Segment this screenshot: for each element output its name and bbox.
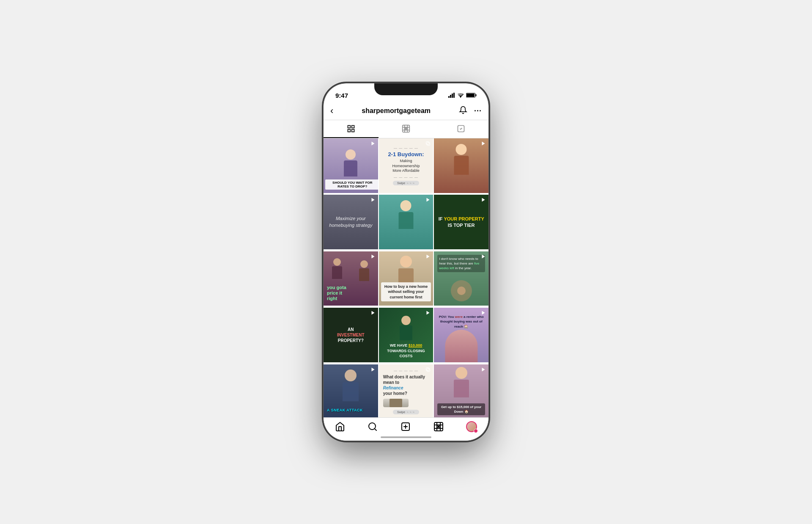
svg-line-38 xyxy=(375,429,376,430)
svg-rect-7 xyxy=(475,94,477,97)
battery-icon xyxy=(466,93,477,98)
svg-marker-24 xyxy=(371,198,374,202)
svg-marker-25 xyxy=(427,198,430,202)
post-1[interactable]: SHOULD YOU WAIT FOR RATES TO DROP? xyxy=(324,138,378,193)
svg-marker-32 xyxy=(482,311,485,315)
signal-icon xyxy=(448,93,455,98)
post-14-carousel-icon xyxy=(425,367,431,373)
ig-header: ‹ sharpemortgageteam ··· xyxy=(324,102,488,120)
post-3-reel-icon xyxy=(481,141,486,147)
home-indicator xyxy=(381,436,431,438)
svg-marker-28 xyxy=(427,254,430,258)
svg-marker-36 xyxy=(482,367,485,371)
post-15-label: Get up to $15,000 of your Down 🏠 xyxy=(437,403,485,415)
status-icons xyxy=(448,93,477,98)
nav-add[interactable] xyxy=(401,422,411,432)
svg-rect-8 xyxy=(348,126,351,128)
svg-marker-29 xyxy=(482,254,485,258)
svg-point-4 xyxy=(460,97,461,97)
post-8[interactable]: How to buy a new home without selling yo… xyxy=(379,251,433,306)
post-5[interactable]: First time Homebuying Hack for 2024 xyxy=(379,195,433,249)
phone-frame: 9:47 xyxy=(324,83,488,441)
svg-marker-31 xyxy=(427,311,430,315)
svg-rect-1 xyxy=(450,95,451,98)
profile-tabs xyxy=(324,120,488,138)
post-10-reel-icon xyxy=(370,310,376,317)
svg-marker-30 xyxy=(371,311,374,315)
svg-marker-27 xyxy=(371,254,374,258)
post-11-reel-icon xyxy=(425,310,431,317)
post-3[interactable]: SECRET TO GETTING PRE-APPROVED xyxy=(434,138,488,193)
tab-tagged[interactable] xyxy=(433,120,488,138)
post-2-title: 2-1 Buydown: xyxy=(388,152,424,157)
posts-grid: SHOULD YOU WAIT FOR RATES TO DROP? — — —… xyxy=(324,138,488,420)
post-5-reel-icon xyxy=(425,197,431,204)
post-7-reel-icon xyxy=(370,254,376,260)
post-13-reel-icon xyxy=(370,367,376,373)
profile-avatar xyxy=(466,421,477,432)
nav-reels[interactable] xyxy=(433,422,444,432)
nav-profile[interactable] xyxy=(466,421,477,432)
post-7-label: you gotaprice itright xyxy=(327,285,346,302)
post-4-reel-icon xyxy=(370,197,376,204)
post-6-label: IF YOUR PROPERTY IS TOP TIER xyxy=(437,216,485,228)
more-icon[interactable]: ··· xyxy=(474,107,482,116)
post-2-carousel-icon xyxy=(425,141,431,147)
svg-marker-20 xyxy=(371,142,374,146)
back-button[interactable]: ‹ xyxy=(330,105,333,116)
svg-rect-10 xyxy=(348,130,351,132)
svg-marker-23 xyxy=(482,142,485,146)
svg-rect-35 xyxy=(427,368,430,371)
svg-rect-9 xyxy=(352,126,354,128)
svg-rect-2 xyxy=(452,94,453,98)
post-13[interactable]: A SNEAK ATTACK xyxy=(324,364,378,419)
svg-point-14 xyxy=(406,128,407,130)
post-8-reel-icon xyxy=(425,254,431,260)
svg-rect-3 xyxy=(453,93,455,98)
svg-rect-34 xyxy=(426,367,429,370)
post-2[interactable]: — — — — — 2-1 Buydown: MakingHomeownersh… xyxy=(379,138,433,193)
post-15-reel-icon xyxy=(481,367,486,373)
post-4-label: Maximize your homebuying strategy xyxy=(324,211,378,233)
post-12-label: POV: You were a renter who thought buyin… xyxy=(436,314,487,329)
svg-rect-0 xyxy=(448,96,450,98)
post-1-reel-icon xyxy=(370,141,376,147)
post-15[interactable]: Get up to $15,000 of your Down 🏠 xyxy=(434,364,488,419)
phone-screen: 9:47 xyxy=(324,83,488,441)
svg-marker-26 xyxy=(482,198,485,202)
post-9-label: I don't know who needs to hear this, but… xyxy=(437,255,485,273)
post-10-label: ANINVESTMENTPROPERTY? xyxy=(337,327,364,343)
post-12[interactable]: POV: You were a renter who thought buyin… xyxy=(434,308,488,362)
post-8-label: How to buy a new home without selling yo… xyxy=(381,282,431,302)
svg-marker-33 xyxy=(371,367,374,371)
post-14[interactable]: — — — — — What does it actually mean toR… xyxy=(379,364,433,419)
status-time: 9:47 xyxy=(335,92,348,99)
post-9[interactable]: I don't know who needs to hear this, but… xyxy=(434,251,488,306)
post-7[interactable]: you gotaprice itright xyxy=(324,251,378,306)
post-13-label: A SNEAK ATTACK xyxy=(327,408,363,412)
post-9-reel-icon xyxy=(481,254,486,260)
svg-rect-21 xyxy=(426,142,429,145)
svg-rect-6 xyxy=(466,94,475,97)
post-2-subtitle: MakingHomeownershipMore Affordable xyxy=(392,159,420,174)
post-11-label: WE HAVE $10,000TOWARDS CLOSINGCOSTS xyxy=(381,343,432,359)
post-12-reel-icon xyxy=(481,310,486,317)
svg-rect-11 xyxy=(352,130,354,132)
bell-icon[interactable] xyxy=(459,106,467,116)
svg-point-44 xyxy=(438,426,439,427)
post-11[interactable]: WE HAVE $10,000TOWARDS CLOSINGCOSTS xyxy=(379,308,433,362)
nav-search[interactable] xyxy=(368,422,378,432)
profile-username: sharpemortgageteam xyxy=(362,107,431,115)
post-6-reel-icon xyxy=(481,197,486,204)
svg-rect-22 xyxy=(427,143,430,146)
tab-grid[interactable] xyxy=(324,120,379,138)
header-icons: ··· xyxy=(459,106,482,116)
post-10[interactable]: ANINVESTMENTPROPERTY? xyxy=(324,308,378,362)
post-4[interactable]: Maximize your homebuying strategy xyxy=(324,195,378,249)
tab-reels[interactable] xyxy=(379,120,433,138)
post-14-title: What does it actually mean toRefinanceyo… xyxy=(383,374,429,396)
nav-home[interactable] xyxy=(335,422,345,432)
phone-notch xyxy=(374,83,438,95)
post-6[interactable]: IF YOUR PROPERTY IS TOP TIER xyxy=(434,195,488,249)
post-1-label: SHOULD YOU WAIT FOR RATES TO DROP? xyxy=(325,179,378,190)
